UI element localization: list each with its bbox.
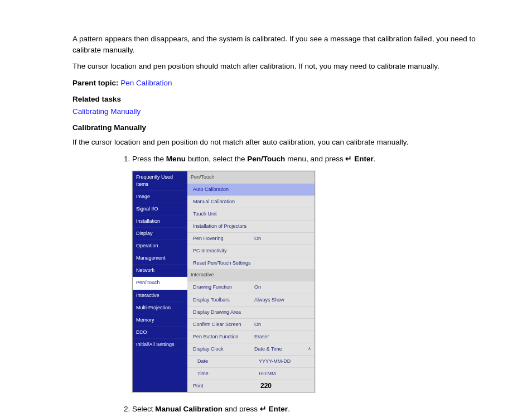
- menu-right-panel: Pen/TouchAuto CalibrationManual Calibrat…: [187, 171, 315, 392]
- intro-paragraph-1: A pattern appears then disappears, and t…: [72, 33, 493, 55]
- section-heading: Calibrating Manually: [72, 122, 493, 133]
- menu-left-item: Interactive: [133, 290, 187, 302]
- parent-topic-link[interactable]: Pen Calibration: [120, 79, 172, 87]
- related-tasks-link-line: Calibrating Manually: [72, 106, 493, 117]
- menu-left-item: Multi-Projection: [133, 302, 187, 314]
- page-number: 220: [0, 381, 532, 391]
- menu-left-item: Image: [133, 191, 187, 203]
- parent-topic-label: Parent topic:: [72, 79, 119, 87]
- step-2: Select Manual Calibration and press ↵ En…: [132, 404, 493, 412]
- menu-right-item: TimeHH:MM: [187, 367, 315, 380]
- menu-right-item: Installation of Projectors: [187, 220, 315, 232]
- menu-right-item: Pen HoveringOn: [187, 232, 315, 245]
- chevron-up-icon: ∧: [308, 346, 311, 353]
- menu-right-item: Auto Calibration: [187, 183, 315, 195]
- menu-right-item: Reset Pen/Touch Settings: [187, 257, 315, 269]
- menu-left-item: Display: [133, 228, 187, 240]
- menu-section-title: Interactive: [187, 269, 315, 281]
- menu-section-title: Pen/Touch: [187, 171, 315, 183]
- menu-left-item: Initial/All Settings: [133, 339, 187, 351]
- menu-left-panel: Frequently Used ItemsImageSignal I/OInst…: [133, 171, 187, 392]
- step-1: Press the Menu button, select the Pen/To…: [132, 154, 493, 392]
- menu-right-item: Confirm Clear ScreenOn: [187, 318, 315, 330]
- menu-left-item: Operation: [133, 240, 187, 252]
- menu-right-item: PC Interactivity: [187, 245, 315, 257]
- enter-icon: ↵: [260, 404, 267, 412]
- menu-right-item: Display ClockDate & Time∧: [187, 343, 315, 355]
- menu-right-item: Touch Unit: [187, 208, 315, 220]
- menu-right-item: Drawing FunctionOn: [187, 281, 315, 293]
- menu-left-item: Pen/Touch: [133, 277, 187, 289]
- parent-topic-line: Parent topic: Pen Calibration: [72, 78, 493, 89]
- related-task-link[interactable]: Calibrating Manually: [72, 107, 141, 116]
- intro-paragraph-2: The cursor location and pen position sho…: [72, 61, 493, 72]
- menu-right-item: Manual Calibration: [187, 195, 315, 208]
- menu-left-item: Memory: [133, 314, 187, 327]
- menu-right-item: DateYYYY-MM-DD: [187, 355, 315, 367]
- related-tasks-label: Related tasks: [72, 94, 493, 105]
- menu-left-item: Network: [133, 265, 187, 277]
- enter-icon: ↵: [345, 154, 352, 165]
- menu-right-item: Display Drawing Area: [187, 306, 315, 318]
- menu-right-item: Display ToolbarsAlways Show: [187, 294, 315, 306]
- menu-left-item: Frequently Used Items: [133, 171, 187, 191]
- menu-screenshot: Frequently Used ItemsImageSignal I/OInst…: [132, 171, 315, 392]
- menu-left-item: ECO: [133, 327, 187, 339]
- menu-left-item: Installation: [133, 215, 187, 228]
- section-intro: If the cursor location and pen position …: [72, 137, 493, 148]
- menu-right-item: Pen Button FunctionEraser: [187, 330, 315, 343]
- menu-left-item: Signal I/O: [133, 203, 187, 215]
- steps-list: Press the Menu button, select the Pen/To…: [120, 154, 493, 413]
- menu-left-item: Management: [133, 252, 187, 265]
